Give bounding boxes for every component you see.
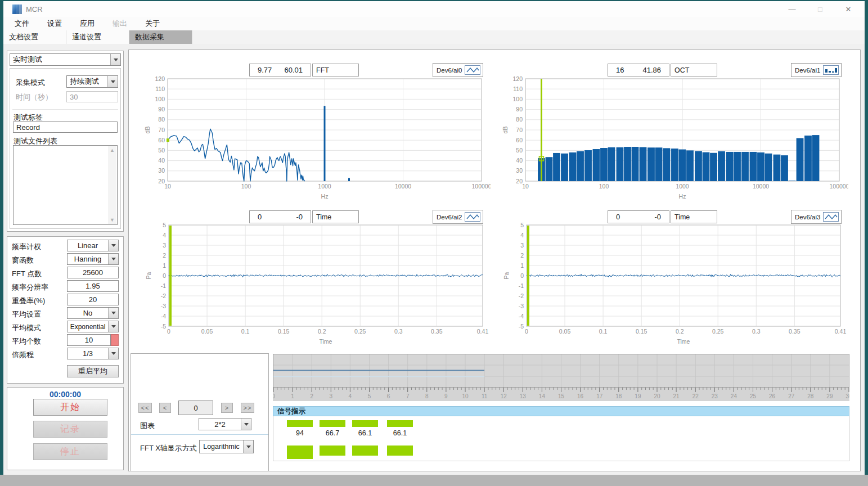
tab-document-settings[interactable]: 文档设置 [3, 30, 66, 44]
nav-first-button[interactable]: << [138, 403, 152, 413]
fft-points-label: FFT 点数 [12, 269, 42, 279]
chevron-down-icon[interactable] [110, 54, 120, 65]
svg-text:5: 5 [520, 222, 524, 228]
freq-resolution-input[interactable]: 1.95 [67, 280, 119, 292]
svg-text:50: 50 [516, 147, 523, 154]
record-timeline[interactable]: 0123456789101112131415161718192021222324… [273, 354, 849, 401]
avg-setting-value: No [68, 308, 108, 318]
chevron-down-icon[interactable] [108, 321, 118, 332]
chevron-down-icon[interactable] [108, 240, 118, 251]
window-func-select[interactable]: Hanning [67, 253, 119, 265]
restart-average-button[interactable]: 重启平均 [67, 365, 119, 377]
svg-text:80: 80 [516, 116, 523, 123]
chevron-down-icon[interactable] [108, 254, 118, 264]
page-index-box[interactable]: 0 [178, 400, 213, 415]
fft-xaxis-select[interactable]: Logarithmic [199, 440, 254, 453]
svg-text:24: 24 [731, 393, 737, 399]
analysis-panel: 频率计权 Linear 窗函数 Hanning FFT 点数 25600 频率分… [7, 236, 124, 384]
svg-text:80: 80 [158, 116, 165, 123]
svg-text:-1: -1 [161, 282, 166, 289]
svg-text:dB: dB [144, 127, 151, 134]
octave-value: 1/3 [68, 348, 108, 359]
svg-text:0.35: 0.35 [789, 328, 800, 335]
svg-text:110: 110 [513, 86, 523, 92]
svg-text:26: 26 [769, 393, 776, 399]
fft-chart[interactable]: 2030405060708090100110120101001000100001… [141, 73, 491, 202]
avg-setting-select[interactable]: No [67, 307, 119, 319]
avg-count-input[interactable]: 10 [67, 334, 111, 346]
time-chart-2[interactable]: -5-4-3-2-101234500.050.10.150.20.250.30.… [500, 219, 849, 348]
fft-xaxis-value: Logarithmic [200, 440, 243, 453]
svg-text:3: 3 [520, 242, 524, 249]
menu-settings[interactable]: 设置 [41, 19, 69, 29]
svg-text:12: 12 [501, 393, 507, 399]
chart-layout-select[interactable]: 2*2 [199, 418, 251, 430]
tab-channel-settings[interactable]: 通道设置 [66, 30, 129, 44]
menu-file[interactable]: 文件 [8, 19, 36, 29]
freq-weighting-select[interactable]: Linear [67, 240, 119, 251]
test-mode-select[interactable]: 实时测试 [10, 53, 121, 66]
svg-text:94: 94 [296, 429, 304, 437]
svg-text:2: 2 [163, 252, 166, 259]
svg-text:-5: -5 [519, 323, 524, 330]
chevron-down-icon[interactable] [108, 348, 118, 359]
test-tag-input[interactable]: Record [13, 122, 118, 133]
svg-text:-1: -1 [519, 282, 524, 289]
app-logo-icon [12, 4, 22, 14]
svg-text:dB: dB [502, 127, 509, 134]
chevron-down-icon[interactable] [241, 418, 251, 430]
svg-text:7: 7 [406, 393, 410, 399]
test-file-list[interactable]: ▲▼ [13, 145, 118, 225]
svg-text:5: 5 [163, 222, 166, 228]
svg-text:66.7: 66.7 [326, 429, 339, 437]
close-button[interactable]: ✕ [842, 5, 854, 14]
display-control-panel: << < 0 > >> 图表 2*2 FFT X轴显示方式 Logarithmi… [131, 353, 269, 471]
svg-text:60: 60 [158, 137, 165, 143]
svg-text:4: 4 [349, 393, 352, 399]
overlap-input[interactable]: 20 [67, 294, 119, 305]
svg-text:5: 5 [368, 393, 371, 399]
svg-text:-4: -4 [519, 313, 524, 320]
window-border-right [865, 0, 868, 479]
svg-text:23: 23 [712, 393, 718, 399]
svg-text:20: 20 [654, 393, 660, 399]
svg-text:0.41: 0.41 [835, 328, 847, 335]
svg-text:10: 10 [522, 183, 529, 190]
chevron-down-icon[interactable] [243, 440, 253, 453]
svg-text:10: 10 [462, 393, 469, 399]
svg-text:Hz: Hz [321, 193, 329, 200]
avg-mode-value: Exponential [68, 321, 108, 332]
scroll-down-icon[interactable]: ▼ [110, 216, 115, 224]
svg-text:1: 1 [291, 393, 294, 399]
nav-prev-button[interactable]: < [159, 403, 171, 413]
start-button[interactable]: 开始 [33, 399, 107, 416]
acq-time-input: 30 [66, 91, 118, 102]
nav-last-button[interactable]: >> [241, 403, 254, 413]
octave-select[interactable]: 1/3 [67, 348, 119, 359]
scroll-up-icon[interactable]: ▲ [110, 146, 115, 154]
file-list-scrollbar[interactable]: ▲▼ [108, 146, 116, 224]
nav-next-button[interactable]: > [221, 403, 233, 413]
chevron-down-icon[interactable] [108, 308, 118, 318]
svg-text:19: 19 [635, 393, 641, 399]
svg-text:2: 2 [310, 393, 313, 399]
window-controls: — □ ✕ [786, 1, 860, 17]
menu-application[interactable]: 应用 [73, 19, 101, 29]
acq-mode-select[interactable]: 持续测试 [66, 75, 118, 88]
avg-mode-select[interactable]: Exponential [67, 321, 119, 332]
svg-text:16: 16 [577, 393, 584, 399]
menu-about[interactable]: 关于 [138, 19, 167, 29]
chevron-down-icon[interactable] [107, 76, 118, 87]
svg-text:100: 100 [512, 96, 523, 102]
svg-text:0.1: 0.1 [241, 328, 250, 335]
fft-points-input[interactable]: 25600 [67, 267, 119, 278]
time-chart-1[interactable]: -5-4-3-2-101234500.050.10.150.20.250.30.… [142, 219, 492, 348]
svg-text:25: 25 [750, 393, 757, 399]
tab-data-acquisition[interactable]: 数据采集 [129, 30, 192, 44]
svg-text:10: 10 [164, 183, 171, 190]
minimize-button[interactable]: — [786, 5, 798, 14]
svg-text:29: 29 [826, 393, 833, 399]
svg-text:Time: Time [320, 338, 332, 345]
oct-chart[interactable]: 2030405060708090100110120101001000100001… [498, 73, 848, 202]
maximize-button[interactable]: □ [814, 5, 826, 14]
